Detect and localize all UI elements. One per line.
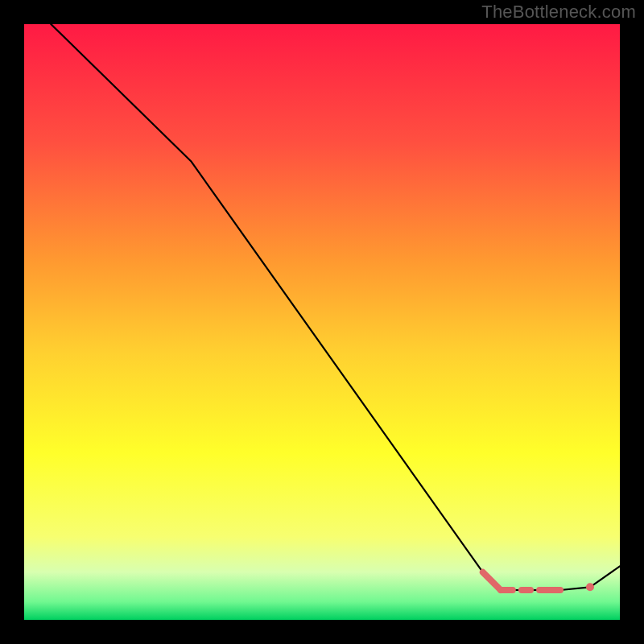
highlight-point xyxy=(586,583,594,591)
chart-svg xyxy=(24,24,620,620)
chart-container: TheBottleneck.com xyxy=(0,0,644,644)
watermark-text: TheBottleneck.com xyxy=(481,2,636,23)
gradient-background xyxy=(24,24,620,620)
plot-area xyxy=(24,24,620,620)
